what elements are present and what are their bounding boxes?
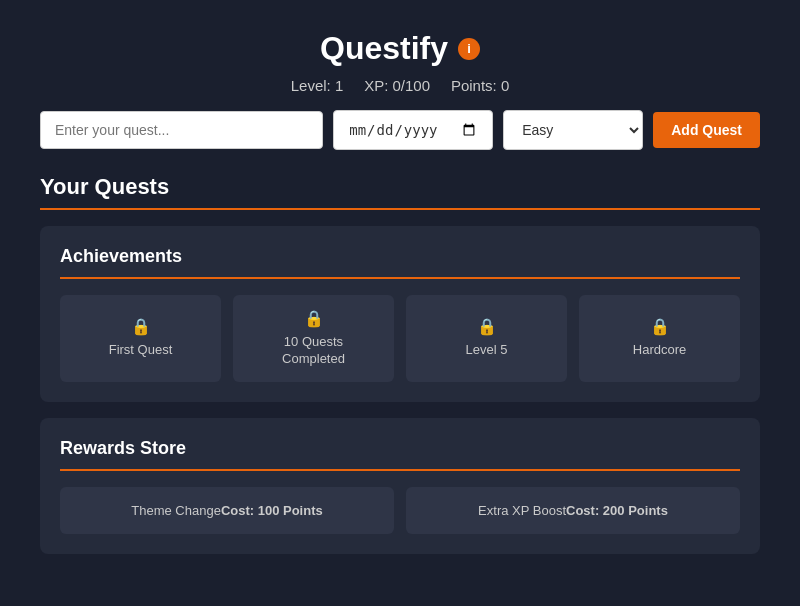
- achievements-title: Achievements: [60, 246, 740, 279]
- points-stat: Points: 0: [451, 77, 509, 94]
- lock-icon-hardcore: 🔒: [650, 317, 670, 336]
- achievement-item-10-quests[interactable]: 🔒 10 QuestsCompleted: [233, 295, 394, 382]
- achievement-item-first-quest[interactable]: 🔒 First Quest: [60, 295, 221, 382]
- stats-bar: Level: 1 XP: 0/100 Points: 0: [40, 77, 760, 94]
- level-stat: Level: 1: [291, 77, 344, 94]
- achievement-label-first-quest: First Quest: [109, 342, 173, 359]
- difficulty-select[interactable]: Easy Medium Hard Extreme: [503, 110, 643, 150]
- achievements-card: Achievements 🔒 First Quest 🔒 10 QuestsCo…: [40, 226, 760, 402]
- lock-icon-level5: 🔒: [477, 317, 497, 336]
- rewards-store-title: Rewards Store: [60, 438, 740, 471]
- achievement-label-10-quests: 10 QuestsCompleted: [282, 334, 345, 368]
- achievements-grid: 🔒 First Quest 🔒 10 QuestsCompleted 🔒 Lev…: [60, 295, 740, 382]
- info-icon[interactable]: i: [458, 38, 480, 60]
- achievement-item-hardcore[interactable]: 🔒 Hardcore: [579, 295, 740, 382]
- add-quest-button[interactable]: Add Quest: [653, 112, 760, 148]
- achievement-label-hardcore: Hardcore: [633, 342, 686, 359]
- your-quests-heading: Your Quests: [40, 174, 760, 210]
- lock-icon-10-quests: 🔒: [304, 309, 324, 328]
- rewards-grid: Theme ChangeCost: 100 Points Extra XP Bo…: [60, 487, 740, 534]
- xp-stat: XP: 0/100: [364, 77, 430, 94]
- reward-theme-change[interactable]: Theme ChangeCost: 100 Points: [60, 487, 394, 534]
- quest-input-row: Easy Medium Hard Extreme Add Quest: [40, 110, 760, 150]
- lock-icon-first-quest: 🔒: [131, 317, 151, 336]
- reward-extra-xp-boost-label: Extra XP BoostCost: 200 Points: [478, 503, 668, 518]
- reward-extra-xp-boost[interactable]: Extra XP BoostCost: 200 Points: [406, 487, 740, 534]
- quest-date-input[interactable]: [333, 110, 493, 150]
- achievement-item-level5[interactable]: 🔒 Level 5: [406, 295, 567, 382]
- quest-text-input[interactable]: [40, 111, 323, 149]
- achievement-label-level5: Level 5: [466, 342, 508, 359]
- header: Questify i Level: 1 XP: 0/100 Points: 0: [40, 30, 760, 94]
- rewards-store-card: Rewards Store Theme ChangeCost: 100 Poin…: [40, 418, 760, 554]
- reward-theme-change-label: Theme ChangeCost: 100 Points: [131, 503, 322, 518]
- app-title: Questify: [320, 30, 448, 67]
- header-title-row: Questify i: [40, 30, 760, 67]
